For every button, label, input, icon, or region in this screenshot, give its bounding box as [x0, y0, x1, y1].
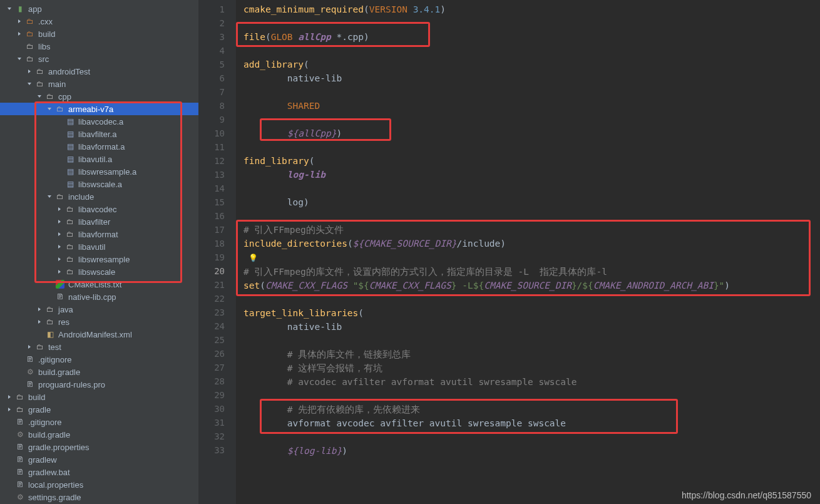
folder-icon: 🗀	[65, 229, 75, 239]
tree-node[interactable]: ▤libavcodec.a	[0, 115, 198, 128]
tree-twisty[interactable]	[45, 105, 54, 113]
line-number: 6	[198, 71, 225, 85]
tree-twisty[interactable]	[35, 92, 44, 101]
folder-icon: 🗀	[55, 192, 65, 202]
folder-icon: 🗀	[65, 217, 75, 227]
tree-twisty[interactable]	[25, 80, 34, 88]
tree-node[interactable]: 🗀libavcodec	[0, 203, 198, 215]
tree-node[interactable]: 🗀libswresample	[0, 253, 198, 265]
tree-twisty[interactable]	[55, 267, 64, 276]
tree-node[interactable]: 🗀main	[0, 78, 198, 90]
tree-node[interactable]: 🗀cpp	[0, 90, 198, 103]
folder-icon: 🗀	[15, 404, 25, 414]
tree-node[interactable]: 🗀libs	[0, 40, 198, 53]
tree-twisty[interactable]	[5, 405, 14, 414]
tree-node[interactable]: 🖹.gitignore	[0, 353, 198, 366]
intention-bulb-icon[interactable]: 💡	[243, 254, 258, 262]
tree-twisty[interactable]	[35, 305, 44, 314]
tree-node[interactable]: 🗀libavutil	[0, 240, 198, 253]
line-number: 22	[198, 292, 225, 306]
tree-node[interactable]: ▤libswscale.a	[0, 178, 198, 190]
tree-twisty[interactable]	[15, 54, 24, 63]
folder-icon: 🗀	[65, 254, 75, 264]
tree-twisty[interactable]	[55, 230, 64, 239]
tree-twisty[interactable]	[25, 342, 34, 351]
tree-node[interactable]: 🗀androidTest	[0, 65, 198, 78]
tree-node-label: libswresample	[78, 255, 130, 264]
tree-node[interactable]: ⚙build.gradle	[0, 366, 198, 378]
folder-icon: 🗀	[65, 204, 75, 214]
tree-node-label: gradle.properties	[28, 443, 90, 452]
folder-icon: 🗀	[55, 104, 65, 114]
tree-node[interactable]: 🗀libavfilter	[0, 215, 198, 228]
tree-twisty[interactable]	[55, 217, 64, 226]
tree-node[interactable]: 🖹gradlew	[0, 453, 198, 466]
tree-node-label: libswresample.a	[78, 167, 136, 177]
tree-node[interactable]: 🖹local.properties	[0, 478, 198, 491]
folder-icon: 🗀	[25, 54, 35, 64]
tree-twisty[interactable]	[15, 17, 24, 26]
tree-node[interactable]: CMakeLists.txt	[0, 278, 198, 291]
tree-node[interactable]: 🗀src	[0, 53, 198, 65]
tree-twisty[interactable]	[55, 205, 64, 213]
tree-twisty[interactable]	[55, 242, 64, 251]
line-number: 14	[198, 182, 225, 195]
line-number: 3	[198, 30, 225, 44]
file-icon: 🖹	[55, 292, 65, 302]
tree-node[interactable]: 🗀libswscale	[0, 265, 198, 278]
tree-twisty[interactable]	[45, 192, 54, 201]
folder-icon: 🗀	[35, 66, 45, 76]
tree-node[interactable]: ▮app	[0, 3, 198, 15]
tree-node[interactable]: ⚙build.gradle	[0, 428, 198, 441]
file-icon: 🖹	[15, 442, 25, 452]
tree-node[interactable]: 🗀gradle	[0, 403, 198, 416]
tree-node-label: libavfilter	[78, 217, 110, 227]
tree-node[interactable]: 🗀build	[0, 391, 198, 403]
line-number: 21	[198, 278, 225, 292]
tree-node[interactable]: ▤libswresample.a	[0, 165, 198, 178]
tree-node[interactable]: ▤libavutil.a	[0, 153, 198, 165]
tree-node[interactable]: 🖹.gitignore	[0, 416, 198, 428]
tree-node-label: AndroidManifest.xml	[58, 330, 132, 339]
tree-node[interactable]: 🗀test	[0, 341, 198, 353]
cmake-file-icon	[55, 279, 65, 289]
tree-twisty[interactable]	[5, 393, 14, 401]
file-icon: 🖹	[15, 480, 25, 490]
line-number: 24	[198, 319, 225, 333]
project-tree[interactable]: ▮app🗀.cxx🗀build🗀libs🗀src🗀androidTest🗀mai…	[0, 0, 198, 504]
tree-node[interactable]: ◧AndroidManifest.xml	[0, 328, 198, 341]
tree-node[interactable]: 🖹proguard-rules.pro	[0, 378, 198, 391]
tree-node[interactable]: 🗀.cxx	[0, 15, 198, 28]
tree-node[interactable]: ▤libavfilter.a	[0, 128, 198, 140]
tree-node[interactable]: ⚙settings.gradle	[0, 491, 198, 503]
line-number: 4	[198, 44, 225, 58]
line-number: 19	[198, 250, 225, 264]
tree-twisty[interactable]	[15, 29, 24, 38]
tree-node[interactable]: 🗀java	[0, 303, 198, 316]
tree-node[interactable]: ▤libavformat.a	[0, 140, 198, 153]
line-number: 11	[198, 140, 225, 154]
tree-node-label: libs	[38, 42, 51, 51]
tree-twisty[interactable]	[35, 317, 44, 326]
tree-node[interactable]: 🗀libavformat	[0, 228, 198, 240]
file-icon: 🖹	[15, 455, 25, 465]
tree-node-label: res	[58, 317, 69, 327]
tree-node[interactable]: 🗀include	[0, 190, 198, 203]
tree-twisty[interactable]	[25, 67, 34, 76]
tree-node-label: build.gradle	[28, 430, 70, 440]
tree-node[interactable]: 🗀res	[0, 316, 198, 328]
line-number: 20	[198, 264, 225, 278]
tree-node[interactable]: 🗀build	[0, 28, 198, 40]
tree-twisty[interactable]	[55, 255, 64, 264]
tree-node[interactable]: 🖹gradlew.bat	[0, 466, 198, 478]
gradle-file-icon: ⚙	[15, 492, 25, 502]
tree-node[interactable]: 🖹native-lib.cpp	[0, 291, 198, 303]
tree-twisty[interactable]	[5, 4, 14, 13]
tree-node-label: include	[68, 192, 94, 202]
tree-node[interactable]: 🗀armeabi-v7a	[0, 103, 198, 115]
code-area[interactable]: cmake_minimum_required(VERSION 3.4.1) fi…	[236, 0, 820, 504]
tree-node[interactable]: 🖹gradle.properties	[0, 441, 198, 453]
file-icon: 🖹	[25, 354, 35, 364]
file-icon: 🖹	[15, 467, 25, 477]
line-number: 33	[198, 443, 225, 457]
